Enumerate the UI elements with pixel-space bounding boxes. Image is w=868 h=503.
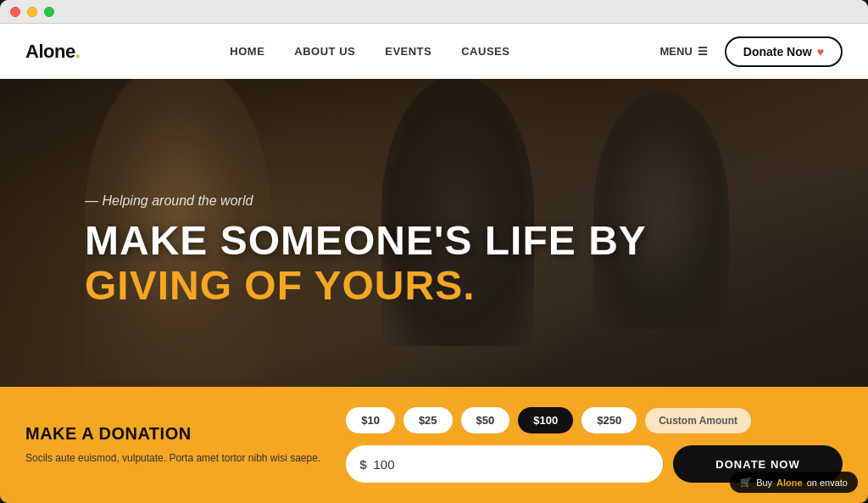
- page-content: Alone. HOME ABOUT US EVENTS CAUSES MENU …: [0, 24, 868, 503]
- amount-btn-50[interactable]: $50: [461, 407, 510, 433]
- donation-title: MAKE A DONATION: [25, 424, 320, 444]
- amount-btn-250[interactable]: $250: [581, 407, 637, 433]
- site-logo[interactable]: Alone.: [25, 41, 80, 63]
- nav-right: MENU ☰ Donate Now ♥: [660, 36, 843, 67]
- hero-title-line2: GIVING OF YOURS.: [85, 264, 647, 309]
- donation-info: MAKE A DONATION Socils aute euismod, vul…: [25, 424, 320, 466]
- envato-link[interactable]: Alone: [776, 478, 803, 488]
- navbar: Alone. HOME ABOUT US EVENTS CAUSES MENU …: [0, 24, 868, 79]
- donation-description: Socils aute euismod, vulputate. Porta am…: [25, 450, 320, 466]
- title-bar: [0, 0, 868, 24]
- nav-events[interactable]: EVENTS: [385, 45, 431, 58]
- hamburger-icon: ☰: [698, 45, 708, 58]
- hero-subtitle: Helping around the world: [85, 193, 647, 209]
- browser-window: Alone. HOME ABOUT US EVENTS CAUSES MENU …: [0, 0, 868, 503]
- heart-icon: ♥: [817, 45, 824, 59]
- amount-input-wrap: $: [346, 445, 663, 483]
- amount-btn-custom[interactable]: Custom Amount: [645, 408, 751, 433]
- cart-icon: 🛒: [740, 477, 752, 488]
- amount-btn-10[interactable]: $10: [346, 407, 395, 433]
- minimize-button[interactable]: [27, 7, 37, 17]
- hero-content: Helping around the world MAKE SOMEONE'S …: [85, 193, 647, 309]
- maximize-button[interactable]: [44, 7, 54, 17]
- close-button[interactable]: [10, 7, 20, 17]
- amount-btn-25[interactable]: $25: [403, 407, 453, 433]
- donate-button[interactable]: Donate Now ♥: [725, 36, 843, 67]
- nav-links: HOME ABOUT US EVENTS CAUSES: [230, 45, 509, 58]
- amount-input[interactable]: [374, 457, 649, 472]
- nav-about[interactable]: ABOUT US: [294, 45, 355, 58]
- hero-title-line1: MAKE SOMEONE'S LIFE BY: [85, 219, 647, 264]
- amount-btn-100[interactable]: $100: [518, 407, 573, 433]
- nav-home[interactable]: HOME: [230, 45, 264, 58]
- envato-badge: 🛒 Buy Alone on envato: [730, 472, 858, 493]
- amount-buttons: $10 $25 $50 $100 $250 Custom Amount: [346, 407, 843, 433]
- nav-causes[interactable]: CAUSES: [461, 45, 509, 58]
- menu-button[interactable]: MENU ☰: [660, 45, 708, 58]
- currency-symbol: $: [359, 457, 366, 472]
